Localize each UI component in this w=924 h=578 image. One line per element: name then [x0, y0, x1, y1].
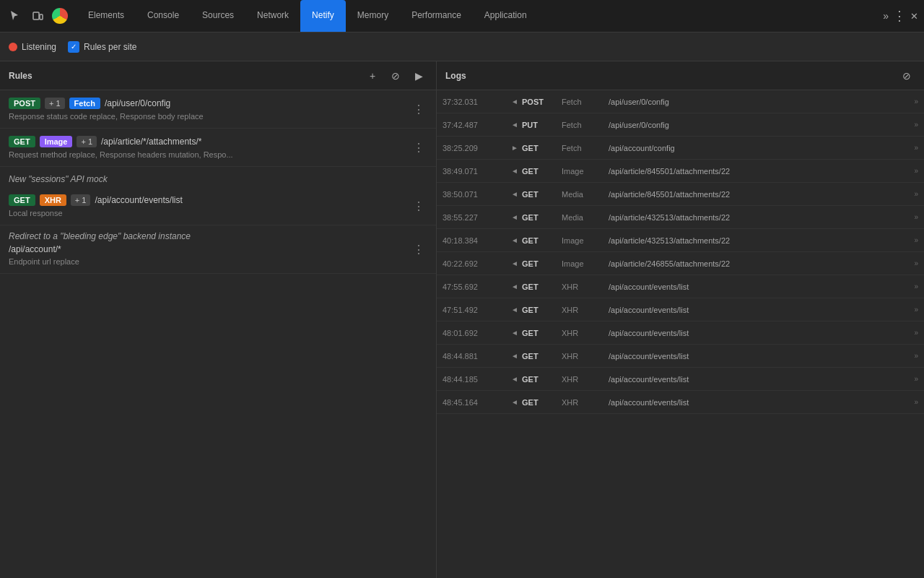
rule-description: Response status code replace, Response b… — [9, 112, 427, 121]
tab-application[interactable]: Application — [473, 0, 539, 32]
logs-list: 37:32.031 ◄ POST Fetch /api/user/0/confi… — [437, 90, 924, 578]
log-type: XHR — [562, 282, 609, 291]
log-expand-icon[interactable]: » — [904, 306, 918, 314]
device-icon[interactable] — [29, 7, 46, 25]
log-method: GET — [522, 306, 562, 314]
log-row[interactable]: 38:25.209 ► GET Fetch /api/account/confi… — [437, 137, 924, 160]
log-url: /api/account/events/list — [609, 375, 904, 384]
tab-console[interactable]: Console — [136, 0, 191, 32]
log-type: XHR — [562, 398, 609, 407]
log-expand-icon[interactable]: » — [904, 167, 918, 175]
log-expand-icon[interactable]: » — [904, 121, 918, 129]
rule-item[interactable]: POST + 1 Fetch /api/user/0/config Respon… — [0, 90, 436, 129]
logs-panel-title: Logs — [445, 71, 892, 81]
log-type: Media — [562, 190, 609, 199]
log-expand-icon[interactable]: » — [904, 329, 918, 337]
log-expand-icon[interactable]: » — [904, 98, 918, 105]
listening-label: Listening — [22, 42, 56, 52]
devtools-menu-icon[interactable]: ⋮ — [893, 8, 906, 24]
tab-memory[interactable]: Memory — [346, 0, 400, 32]
log-row[interactable]: 38:49.071 ◄ GET Image /api/article/84550… — [437, 160, 924, 183]
rule-menu-button[interactable]: ⋮ — [410, 240, 427, 259]
rule-item[interactable]: GET XHR + 1 /api/account/events/list Loc… — [0, 187, 436, 225]
log-arrow-icon: ◄ — [507, 213, 522, 221]
rules-per-site-toggle[interactable]: ✓ Rules per site — [68, 41, 136, 53]
add-rule-button[interactable]: + — [364, 67, 381, 85]
log-row[interactable]: 47:55.692 ◄ GET XHR /api/account/events/… — [437, 275, 924, 298]
rule-url: /api/article/*/attachments/* — [101, 137, 201, 147]
toolbar: Listening ✓ Rules per site — [0, 33, 924, 61]
rule-menu-button[interactable]: ⋮ — [410, 100, 427, 119]
log-expand-icon[interactable]: » — [904, 259, 918, 267]
log-arrow-icon: ◄ — [507, 282, 522, 290]
rule-item[interactable]: Redirect to a "bleeding edge" backend in… — [0, 225, 436, 274]
log-row[interactable]: 48:44.881 ◄ GET XHR /api/account/events/… — [437, 345, 924, 368]
log-method: GET — [522, 398, 562, 407]
log-url: /api/account/config — [609, 144, 904, 152]
log-method: GET — [522, 282, 562, 291]
log-expand-icon[interactable]: » — [904, 236, 918, 244]
log-expand-icon[interactable]: » — [904, 375, 918, 383]
rules-panel-title: Rules — [9, 71, 358, 81]
tab-performance[interactable]: Performance — [400, 0, 473, 32]
block-logs-button[interactable]: ⊘ — [898, 67, 915, 85]
log-arrow-icon: ◄ — [507, 352, 522, 360]
main-content: Rules + ⊘ ▶ POST + 1 Fetch /api/user/0/c… — [0, 61, 924, 578]
log-row[interactable]: 48:45.164 ◄ GET XHR /api/account/events/… — [437, 391, 924, 414]
log-expand-icon[interactable]: » — [904, 190, 918, 198]
logs-panel: Logs ⊘ 37:32.031 ◄ POST Fetch /api/user/… — [437, 61, 924, 578]
log-arrow-icon: ► — [507, 144, 522, 152]
log-expand-icon[interactable]: » — [904, 352, 918, 360]
log-method: GET — [522, 259, 562, 268]
log-type: XHR — [562, 375, 609, 384]
devtools-icons — [6, 7, 68, 25]
log-time: 47:51.492 — [443, 306, 507, 314]
tab-sources[interactable]: Sources — [191, 0, 245, 32]
rules-list: POST + 1 Fetch /api/user/0/config Respon… — [0, 90, 436, 578]
rule-header: GET XHR + 1 /api/account/events/list — [9, 194, 427, 206]
log-arrow-icon: ◄ — [507, 167, 522, 175]
log-row[interactable]: 37:42.487 ◄ PUT Fetch /api/user/0/config… — [437, 113, 924, 137]
log-type: Image — [562, 236, 609, 245]
rule-item[interactable]: GET Image + 1 /api/article/*/attachments… — [0, 129, 436, 167]
log-expand-icon[interactable]: » — [904, 213, 918, 221]
svg-rect-1 — [40, 14, 43, 20]
log-row[interactable]: 37:32.031 ◄ POST Fetch /api/user/0/confi… — [437, 90, 924, 113]
log-time: 47:55.692 — [443, 282, 507, 291]
log-time: 48:44.881 — [443, 352, 507, 361]
tab-bar: Elements Console Sources Network Netify … — [0, 0, 924, 33]
block-rules-button[interactable]: ⊘ — [387, 67, 404, 85]
log-row[interactable]: 40:18.384 ◄ GET Image /api/article/43251… — [437, 229, 924, 252]
rules-panel-header: Rules + ⊘ ▶ — [0, 61, 436, 90]
tab-elements[interactable]: Elements — [77, 0, 136, 32]
tab-network[interactable]: Network — [245, 0, 300, 32]
rule-menu-button[interactable]: ⋮ — [410, 197, 427, 216]
tab-netify[interactable]: Netify — [300, 0, 346, 32]
log-arrow-icon: ◄ — [507, 121, 522, 129]
log-row[interactable]: 38:55.227 ◄ GET Media /api/article/43251… — [437, 206, 924, 229]
log-url: /api/account/events/list — [609, 398, 904, 407]
log-row[interactable]: 48:44.185 ◄ GET XHR /api/account/events/… — [437, 368, 924, 391]
extension-icon[interactable] — [52, 8, 68, 24]
log-method: GET — [522, 352, 562, 361]
log-url: /api/article/432513/attachments/22 — [609, 236, 904, 245]
log-expand-icon[interactable]: » — [904, 144, 918, 152]
log-time: 48:44.185 — [443, 375, 507, 384]
listening-button[interactable]: Listening — [9, 42, 56, 52]
rule-count: + 1 — [71, 194, 91, 206]
log-row[interactable]: 40:22.692 ◄ GET Image /api/article/24685… — [437, 252, 924, 275]
log-url: /api/account/events/list — [609, 352, 904, 361]
log-row[interactable]: 38:50.071 ◄ GET Media /api/article/84550… — [437, 183, 924, 206]
logs-panel-header: Logs ⊘ — [437, 61, 924, 90]
play-rules-button[interactable]: ▶ — [410, 67, 427, 85]
cursor-icon[interactable] — [6, 7, 23, 25]
rule-menu-button[interactable]: ⋮ — [410, 138, 427, 158]
more-tabs-icon[interactable]: » — [883, 10, 889, 22]
log-expand-icon[interactable]: » — [904, 398, 918, 406]
log-row[interactable]: 48:01.692 ◄ GET XHR /api/account/events/… — [437, 322, 924, 345]
close-devtools-icon[interactable]: ✕ — [910, 11, 918, 22]
log-expand-icon[interactable]: » — [904, 282, 918, 290]
log-time: 38:55.227 — [443, 213, 507, 222]
type-badge: XHR — [40, 194, 66, 206]
log-row[interactable]: 47:51.492 ◄ GET XHR /api/account/events/… — [437, 298, 924, 322]
